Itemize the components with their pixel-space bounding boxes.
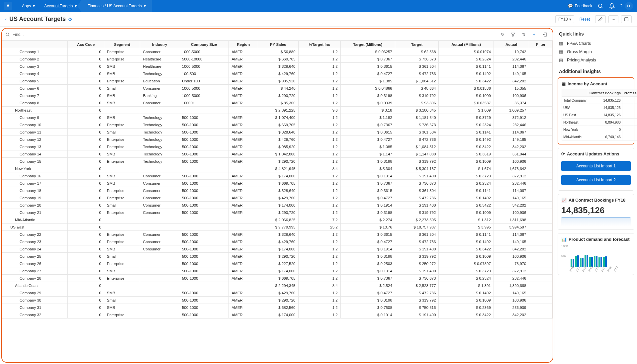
table-row[interactable]: Company 80SMBConsumer10000+AMER$ 85,3601… — [2, 99, 553, 107]
table-row[interactable]: Company 130EnterpriseTechnology500-1000A… — [2, 143, 553, 150]
income-row[interactable]: USA14,835,12636,216,714 — [562, 104, 637, 111]
table-row[interactable]: Company 220EnterpriseConsumer500-1000AME… — [2, 231, 553, 238]
column-header[interactable]: Industry — [140, 41, 179, 48]
more-button[interactable]: ⋯ — [608, 15, 618, 23]
panel-toggle-button[interactable] — [621, 15, 632, 23]
table-row[interactable]: Company 40SMBTechnology100-500AMER$ 429,… — [2, 70, 553, 77]
table-row[interactable]: Company 230EnterpriseConsumer500-1000AME… — [2, 238, 553, 245]
column-header[interactable]: Company Size — [179, 41, 228, 48]
feedback-button[interactable]: 💬 Feedback — [568, 4, 592, 8]
quick-link[interactable]: ▤Pricing Analysis — [557, 56, 635, 64]
svg-marker-6 — [511, 33, 515, 37]
column-header[interactable]: Acc Code — [68, 41, 104, 48]
table-row[interactable]: Company 190EnterpriseConsumer500-1000AME… — [2, 194, 553, 202]
refresh-icon[interactable]: ⟳ — [68, 17, 72, 22]
column-header[interactable]: Region — [229, 41, 258, 48]
page-title: US Account Targets ⟳ — [9, 16, 72, 23]
add-icon[interactable]: ＋ — [530, 32, 538, 37]
nav-apps-label: Apps — [22, 4, 31, 8]
app-logo[interactable]: A — [4, 2, 12, 10]
table-row[interactable]: Atlantic Coast0$ 2,294,3458.4$ 2.524$ 2,… — [2, 282, 553, 289]
table-row[interactable]: Company 320Enterprise500-1000AMER$ 174,0… — [2, 311, 553, 318]
table-row[interactable]: Company 170SMBConsumer500-1000AMER$ 669,… — [2, 180, 553, 187]
income-row[interactable]: Northeast8,094,98018,750,768 — [562, 119, 637, 126]
svg-line-5 — [8, 35, 9, 36]
contract-bookings-card: 📈 All Contract Bookings FY18 14,835,126 — [558, 194, 634, 230]
table-row[interactable]: Company 210EnterpriseConsumer500-1000AME… — [2, 209, 553, 216]
table-row[interactable]: Company 50EnterpriseEducationUnder 100AM… — [2, 77, 553, 85]
nav-apps[interactable]: Apps ▾ — [17, 0, 40, 12]
top-nav: A Apps ▾ Account Targets ▾ Finances / US… — [0, 0, 637, 12]
quick-link[interactable]: ▦FP&A Charts — [557, 39, 635, 47]
table-row[interactable]: New York0$ 4,821,9458.4$ 5.304$ 5,304,13… — [2, 165, 553, 172]
table-row[interactable]: Company 150EnterpriseTechnology500-1000A… — [2, 158, 553, 165]
table-row[interactable]: Company 120EnterpriseTechnology500-1000A… — [2, 136, 553, 143]
income-row[interactable]: Total Company14,835,12636,216,714 — [562, 97, 637, 104]
table-row[interactable]: Company 270SMB500-1000AMER$ 174,0001.2$ … — [2, 267, 553, 275]
avatar[interactable]: TH — [625, 2, 633, 10]
action-button[interactable]: Accounts List Import 1 — [561, 161, 631, 171]
help-icon[interactable]: ? — [620, 4, 622, 8]
data-grid[interactable]: Acc CodeSegmentIndustryCompany SizeRegio… — [2, 41, 553, 362]
income-row[interactable]: Mid-Atlantic6,740,14617,465,946 — [562, 133, 637, 140]
breadcrumb[interactable]: Finances / US Account Targets ▾ — [81, 0, 152, 12]
link-icon: ▤ — [559, 57, 564, 62]
filter-icon[interactable] — [509, 32, 517, 37]
bell-icon[interactable] — [609, 3, 615, 9]
income-table[interactable]: Contract BookingsProfessional ServicesTo… — [562, 89, 637, 140]
table-row[interactable]: Company 250Small500-1000AMER$ 290,7201.2… — [2, 253, 553, 260]
table-row[interactable]: Company 60SmallConsumer1000-5000AMER$ 44… — [2, 85, 553, 92]
bar-chart-icon: 📊 — [561, 237, 567, 242]
chevron-down-icon: ▾ — [144, 4, 146, 8]
table-row[interactable]: Northeast0$ 2,891,2259.6$ 3.18$ 3,180,34… — [2, 107, 553, 114]
column-header[interactable]: %Target Inc — [298, 41, 340, 48]
svg-point-4 — [6, 33, 9, 36]
column-header[interactable]: Filter — [529, 41, 553, 48]
table-row[interactable]: Mid-Atlantic0$ 2,066,8257.2$ 2.274$ 2,27… — [2, 216, 553, 224]
breadcrumb-label: Finances / US Account Targets — [87, 4, 142, 8]
income-by-account-card: ▦ Income by Account Contract BookingsPro… — [558, 77, 634, 144]
column-header[interactable]: Segment — [104, 41, 140, 48]
table-row[interactable]: Company 30SMBHealthcare1000-5000AMER$ 32… — [2, 63, 553, 70]
column-header[interactable]: Actual — [494, 41, 529, 48]
table-row[interactable]: Company 290SMB500-1000AMER$ 429,7601.2$ … — [2, 289, 553, 297]
back-button[interactable]: ‹ — [5, 17, 7, 22]
column-header[interactable]: PY Sales — [258, 41, 298, 48]
nav-account-targets[interactable]: Account Targets ▾ — [40, 0, 81, 12]
table-row[interactable]: Company 20EnterpriseHealthcare5000-10000… — [2, 55, 553, 63]
fy-selector[interactable]: FY18 ▾ — [555, 15, 574, 23]
table-row[interactable]: Company 240SMBConsumer500-1000AMER$ 174,… — [2, 245, 553, 253]
table-row[interactable]: Company 300Small500-1000AMER$ 290,7201.2… — [2, 297, 553, 304]
search-icon[interactable] — [597, 3, 603, 9]
table-row[interactable]: Company 140SMBTechnology500-1000AMER$ 1,… — [2, 150, 553, 158]
table-row[interactable]: Company 90SMBTechnology500-1000AMER$ 1,0… — [2, 114, 553, 121]
find-input[interactable] — [13, 32, 496, 37]
quick-link[interactable]: ▦Gross Margin — [557, 47, 635, 56]
table-row[interactable]: US East0$ 9,779,99525.2$ 10.76$ 10,757,9… — [2, 224, 553, 231]
link-icon: ▦ — [559, 41, 564, 46]
income-row[interactable]: US East14,835,12636,216,714 — [562, 111, 637, 119]
table-row[interactable]: Company 180EnterpriseConsumer500-1000AME… — [2, 187, 553, 194]
action-button[interactable]: Accounts List Import 2 — [561, 175, 631, 185]
edit-button[interactable] — [595, 15, 606, 23]
column-header[interactable]: Target (Millions) — [340, 41, 395, 48]
table-row[interactable]: Company 110SmallTechnology500-1000AMER$ … — [2, 129, 553, 136]
sort-icon[interactable]: ⇅ — [520, 32, 527, 37]
table-row[interactable]: Company 260Enterprise500-1000AMER$ 227,5… — [2, 260, 553, 267]
table-row[interactable]: Company 10EnterpriseConsumer1000-5000AME… — [2, 48, 553, 55]
history-icon[interactable]: ↻ — [499, 32, 506, 37]
table-row[interactable]: Company 200SmallConsumer500-1000AMER$ 17… — [2, 202, 553, 209]
table-row[interactable]: Company 280Enterprise500-1000AMER$ 669,7… — [2, 275, 553, 282]
table-row[interactable]: Company 100EnterpriseTechnology500-1000A… — [2, 121, 553, 129]
table-row[interactable]: Company 70SMBBanking1000-5000AMER$ 290,7… — [2, 92, 553, 99]
income-row[interactable]: New York00 — [562, 126, 637, 133]
chevron-down-icon: ▾ — [33, 4, 35, 8]
table-row[interactable]: Company 160SMBConsumer500-1000AMER$ 174,… — [2, 172, 553, 180]
export-icon[interactable] — [541, 32, 549, 37]
column-header[interactable]: Actual (Millions) — [439, 41, 494, 48]
column-header[interactable] — [2, 41, 68, 48]
column-header[interactable]: Target — [395, 41, 439, 48]
reset-button[interactable]: Reset — [577, 16, 592, 23]
table-row[interactable]: Company 310SMB500-1000AMER$ 682,5601.2$ … — [2, 304, 553, 311]
sidebar-icon — [624, 17, 629, 22]
